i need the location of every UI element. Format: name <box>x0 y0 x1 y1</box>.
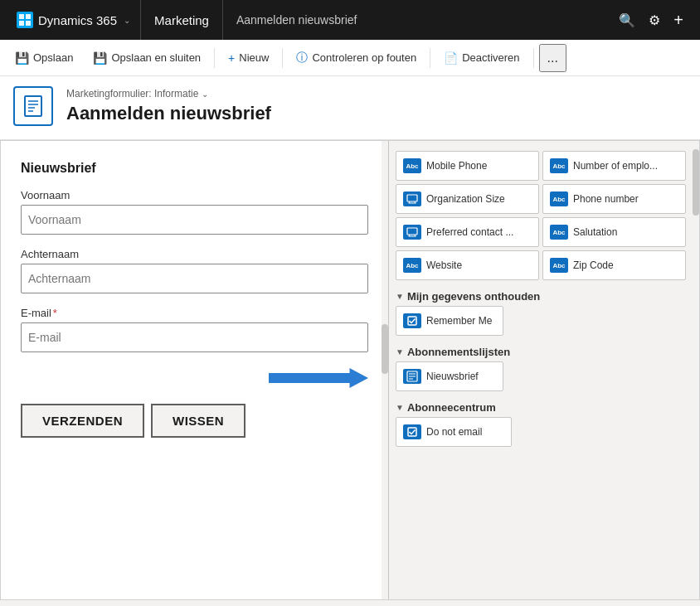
brand-section[interactable]: Dynamics 365 ⌄ <box>7 0 141 40</box>
svg-rect-0 <box>19 14 24 19</box>
field-phone-number[interactable]: Abc Phone number <box>542 184 686 214</box>
scroll-bar[interactable] <box>382 141 388 599</box>
divider1 <box>214 48 215 68</box>
achternaam-field: Achternaam <box>21 248 368 293</box>
page-header-content: Marketingformulier: Informatie ⌄ Aanmeld… <box>66 88 271 124</box>
page-header: Marketingformulier: Informatie ⌄ Aanmeld… <box>0 76 700 140</box>
form-buttons: VERZENDEN WISSEN <box>21 404 368 438</box>
section-abonnement: ▼ Abonnementslijsten <box>389 339 693 361</box>
form-icon <box>13 86 53 126</box>
field-num-employees[interactable]: Abc Number of emplo... <box>542 151 686 181</box>
abc-icon: Abc <box>403 258 421 273</box>
section-triangle-icon: ▼ <box>396 292 404 301</box>
svg-rect-1 <box>26 14 31 19</box>
search-icon[interactable]: 🔍 <box>619 12 635 28</box>
checkbox-icon <box>403 424 421 439</box>
achternaam-input[interactable] <box>21 264 368 293</box>
field-mobile-phone[interactable]: Abc Mobile Phone <box>396 151 539 181</box>
required-indicator: * <box>53 307 57 319</box>
new-button[interactable]: + Nieuw <box>220 46 277 70</box>
monitor-icon <box>403 225 421 240</box>
svg-rect-18 <box>408 317 416 325</box>
nav-icons: 🔍 ⚙ + <box>609 11 693 30</box>
abc-icon: Abc <box>550 191 568 206</box>
command-bar: 💾 Opslaan 💾 Opslaan en sluiten + Nieuw ⓘ… <box>0 40 700 76</box>
abc-icon: Abc <box>550 225 568 240</box>
svg-rect-23 <box>408 428 416 436</box>
achternaam-label: Achternaam <box>21 248 368 260</box>
field-zip-code[interactable]: Abc Zip Code <box>542 250 686 280</box>
right-scroll-thumb[interactable] <box>693 149 699 216</box>
section-triangle-icon: ▼ <box>396 403 404 412</box>
field-do-not-email[interactable]: Do not email <box>396 417 512 447</box>
top-fields-grid: Abc Mobile Phone Abc Number of emplo... … <box>389 148 693 284</box>
svg-marker-9 <box>269 368 368 388</box>
email-label: E-mail* <box>21 307 368 319</box>
check-errors-button[interactable]: ⓘ Controleren op fouten <box>288 46 425 70</box>
save-button[interactable]: 💾 Opslaan <box>7 46 81 70</box>
divider3 <box>430 48 430 68</box>
abonnement-section: Nieuwsbrief <box>389 361 693 395</box>
voornaam-field: Voornaam <box>21 189 368 235</box>
checkbox-icon <box>403 313 421 328</box>
brand-chevron-icon[interactable]: ⌄ <box>124 16 130 25</box>
divider4 <box>533 48 534 68</box>
deactivate-button[interactable]: 📄 Deactiveren <box>435 46 527 70</box>
blue-arrow <box>269 366 368 390</box>
section-remember: ▼ Mijn gegevens onthouden <box>389 284 693 306</box>
more-button[interactable]: ... <box>539 44 566 72</box>
arrow-container <box>21 366 368 390</box>
page-nav-title: Aanmelden nieuwsbrief <box>223 13 609 27</box>
section-abonneecentrum: ▼ Abonneecentrum <box>389 395 693 417</box>
voornaam-input[interactable] <box>21 205 368 235</box>
settings-icon[interactable]: ⚙ <box>649 12 660 28</box>
submit-button[interactable]: VERZENDEN <box>21 404 144 438</box>
svg-rect-3 <box>26 21 31 26</box>
field-remember-me[interactable]: Remember Me <box>396 306 503 336</box>
form-section-title: Nieuwsbrief <box>21 161 368 176</box>
brand-label: Dynamics 365 <box>38 13 117 27</box>
svg-rect-2 <box>19 21 24 26</box>
field-org-size[interactable]: Organization Size <box>396 184 539 214</box>
section-triangle-icon: ▼ <box>396 347 404 356</box>
check-icon: ⓘ <box>296 51 308 65</box>
list-icon <box>403 369 421 384</box>
main-content: Nieuwsbrief Voornaam Achternaam E-mail* <box>0 140 700 600</box>
abc-icon: Abc <box>550 158 568 173</box>
voornaam-label: Voornaam <box>21 189 368 201</box>
save-icon: 💾 <box>15 51 29 65</box>
svg-rect-10 <box>407 195 417 201</box>
form-panel: Nieuwsbrief Voornaam Achternaam E-mail* <box>1 141 389 599</box>
deactivate-icon: 📄 <box>444 51 458 65</box>
brand-icon <box>17 12 33 28</box>
page-title: Aanmelden nieuwsbrief <box>66 103 271 124</box>
field-nieuwsbrief[interactable]: Nieuwsbrief <box>396 361 503 391</box>
email-input[interactable] <box>21 322 368 352</box>
right-scrollbar[interactable] <box>693 141 699 599</box>
new-icon: + <box>228 51 235 65</box>
abc-icon: Abc <box>403 158 421 173</box>
remember-section: Remember Me <box>389 306 693 339</box>
field-website[interactable]: Abc Website <box>396 250 539 280</box>
monitor-icon <box>403 191 421 206</box>
email-field: E-mail* <box>21 307 368 352</box>
breadcrumb[interactable]: Marketingformulier: Informatie ⌄ <box>66 88 271 99</box>
save-close-button[interactable]: 💾 Opslaan en sluiten <box>85 46 209 70</box>
abc-icon: Abc <box>550 258 568 273</box>
save-close-icon: 💾 <box>93 51 107 65</box>
scroll-thumb[interactable] <box>382 324 388 374</box>
abonneecentrum-section: Do not email <box>389 417 693 450</box>
field-salutation[interactable]: Abc Salutation <box>542 217 686 247</box>
top-navigation: Dynamics 365 ⌄ Marketing Aanmelden nieuw… <box>0 0 700 40</box>
breadcrumb-chevron-icon: ⌄ <box>202 90 208 99</box>
add-icon[interactable]: + <box>673 11 683 30</box>
divider2 <box>282 48 283 68</box>
svg-rect-4 <box>25 96 41 116</box>
fields-panel: Abc Mobile Phone Abc Number of emplo... … <box>389 141 693 599</box>
field-preferred-contact[interactable]: Preferred contact ... <box>396 217 539 247</box>
svg-rect-14 <box>407 228 417 235</box>
module-label: Marketing <box>141 0 223 40</box>
clear-button[interactable]: WISSEN <box>151 404 245 438</box>
